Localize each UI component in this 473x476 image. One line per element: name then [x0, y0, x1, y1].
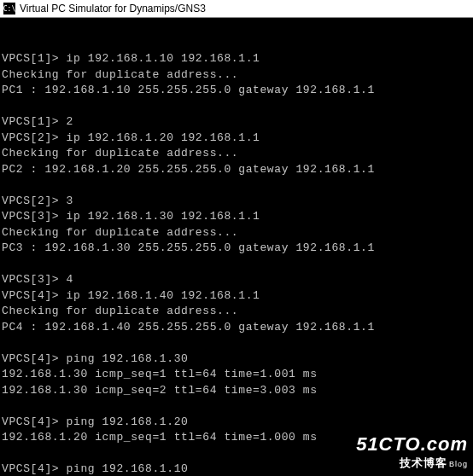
terminal-line: VPCS[4]> ping 192.168.1.30 — [2, 351, 473, 368]
terminal-line: VPCS[1]> ip 192.168.1.10 192.168.1.1 — [2, 51, 473, 67]
terminal-line: PC4 : 192.168.1.40 255.255.255.0 gateway… — [2, 320, 473, 336]
terminal-line: VPCS[2]> 3 — [2, 194, 473, 210]
terminal-line — [2, 398, 473, 415]
terminal-line: VPCS[3]> ip 192.168.1.30 192.168.1.1 — [2, 209, 473, 225]
terminal-line: 192.168.1.20 icmp_seq=1 ttl=64 time=1.00… — [2, 430, 473, 446]
terminal-area[interactable]: VPCS[1]> ip 192.168.1.10 192.168.1.1Chec… — [0, 18, 473, 476]
terminal-line — [2, 177, 473, 194]
terminal-line: VPCS[4]> ping 192.168.1.20 — [2, 415, 473, 431]
terminal-line: PC2 : 192.168.1.20 255.255.255.0 gateway… — [2, 162, 473, 178]
terminal-line: PC3 : 192.168.1.30 255.255.255.0 gateway… — [2, 241, 473, 257]
terminal-line: Checking for duplicate address... — [2, 146, 473, 162]
terminal-line: VPCS[4]> ping 192.168.1.10 — [2, 461, 473, 476]
app-icon: C:\ — [3, 3, 15, 15]
terminal-line: Checking for duplicate address... — [2, 225, 473, 241]
terminal-line: Checking for duplicate address... — [2, 67, 473, 84]
terminal-line — [2, 446, 473, 462]
terminal-line — [2, 335, 473, 351]
terminal-line: VPCS[4]> ip 192.168.1.40 192.168.1.1 — [2, 288, 473, 305]
window-title: Virtual PC Simulator for Dynamips/GNS3 — [20, 3, 206, 15]
terminal-line: 192.168.1.30 icmp_seq=2 ttl=64 time=3.00… — [2, 383, 473, 399]
terminal-line: 192.168.1.30 icmp_seq=1 ttl=64 time=1.00… — [2, 367, 473, 383]
window-titlebar: C:\ Virtual PC Simulator for Dynamips/GN… — [0, 0, 473, 18]
terminal-line — [2, 257, 473, 273]
terminal-line: Checking for duplicate address... — [2, 304, 473, 320]
terminal-line — [2, 99, 473, 115]
terminal-line: VPCS[3]> 4 — [2, 272, 473, 288]
terminal-line: PC1 : 192.168.1.10 255.255.255.0 gateway… — [2, 83, 473, 99]
terminal-line: VPCS[2]> ip 192.168.1.20 192.168.1.1 — [2, 131, 473, 147]
terminal-line: VPCS[1]> 2 — [2, 114, 473, 131]
